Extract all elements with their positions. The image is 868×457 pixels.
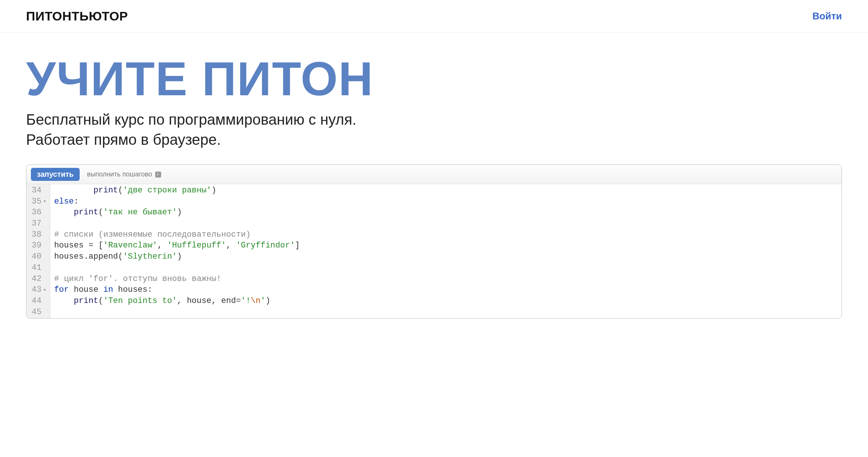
code-line[interactable]: else: xyxy=(54,196,838,207)
line-number: 43 xyxy=(32,284,41,295)
editor-toolbar: запустить выполнить пошагово ✓ xyxy=(26,165,842,184)
code-line[interactable]: # списки (изменяемые последовательности) xyxy=(54,229,838,240)
code-line[interactable]: print('две строки равны') xyxy=(54,185,838,196)
hero-subtitle-line1: Бесплатный курс по программированию с ну… xyxy=(26,111,356,128)
gutter-line: 35▾ xyxy=(32,196,46,207)
gutter-line: 40 xyxy=(32,251,46,262)
code-line[interactable]: # цикл 'for'. отступы вновь важны! xyxy=(54,274,838,285)
code-line[interactable]: houses = ['Ravenclaw', 'Hufflepuff', 'Gr… xyxy=(54,240,838,251)
hero-subtitle: Бесплатный курс по программированию с ну… xyxy=(26,109,842,150)
line-number: 45 xyxy=(32,307,41,318)
gutter-line: 38 xyxy=(32,229,46,240)
line-number: 44 xyxy=(32,295,41,307)
main-content: УЧИТЕ ПИТОН Бесплатный курс по программи… xyxy=(0,33,868,319)
line-number: 40 xyxy=(32,251,41,262)
code-line[interactable]: print('Ten points to', house, end='!\n') xyxy=(54,295,838,307)
code-line[interactable] xyxy=(54,307,838,318)
gutter-line: 34 xyxy=(32,185,46,196)
hero-subtitle-line2: Работает прямо в браузере. xyxy=(26,131,221,148)
line-gutter: 3435▾3637383940414243▾4445 xyxy=(26,184,50,318)
gutter-line: 42 xyxy=(32,274,46,285)
site-logo[interactable]: ПИТОНТЬЮТОР xyxy=(26,9,128,23)
line-number: 36 xyxy=(32,207,41,218)
code-area[interactable]: 3435▾3637383940414243▾4445 print('две ст… xyxy=(26,184,842,318)
step-run-label: выполнить пошагово xyxy=(87,170,152,178)
line-number: 34 xyxy=(32,185,41,196)
gutter-line: 44 xyxy=(32,295,46,307)
line-number: 37 xyxy=(32,218,41,229)
login-link[interactable]: Войти xyxy=(813,10,842,22)
code-editor: запустить выполнить пошагово ✓ 3435▾3637… xyxy=(26,164,842,319)
run-button[interactable]: запустить xyxy=(31,168,80,181)
fold-marker-icon[interactable]: ▾ xyxy=(42,198,46,205)
gutter-line: 37 xyxy=(32,218,46,229)
line-number: 41 xyxy=(32,262,41,274)
step-run-checkbox-icon[interactable]: ✓ xyxy=(155,172,161,178)
code-line[interactable] xyxy=(54,218,838,229)
step-run-control[interactable]: выполнить пошагово ✓ xyxy=(87,170,161,178)
gutter-line: 39 xyxy=(32,240,46,251)
code-line[interactable]: print('так не бывает') xyxy=(54,207,838,218)
code-content[interactable]: print('две строки равны')else: print('та… xyxy=(50,184,842,318)
code-line[interactable] xyxy=(54,262,838,274)
hero-title: УЧИТЕ ПИТОН xyxy=(26,55,842,103)
line-number: 35 xyxy=(32,196,41,207)
fold-marker-icon[interactable]: ▾ xyxy=(42,287,46,294)
gutter-line: 41 xyxy=(32,262,46,274)
line-number: 39 xyxy=(32,240,41,251)
code-line[interactable]: houses.append('Slytherin') xyxy=(54,251,838,262)
gutter-line: 45 xyxy=(32,307,46,318)
code-line[interactable]: for house in houses: xyxy=(54,284,838,295)
gutter-line: 36 xyxy=(32,207,46,218)
gutter-line: 43▾ xyxy=(32,284,46,295)
line-number: 38 xyxy=(32,229,41,240)
line-number: 42 xyxy=(32,274,41,285)
site-header: ПИТОНТЬЮТОР Войти xyxy=(0,0,868,33)
